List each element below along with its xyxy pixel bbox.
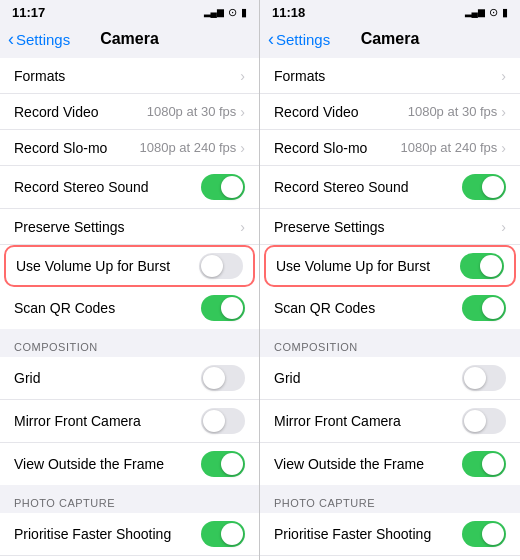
toggle[interactable] <box>201 174 245 200</box>
toggle-thumb <box>482 523 504 545</box>
row-label: Record Stereo Sound <box>274 179 409 195</box>
toggle-thumb <box>482 297 504 319</box>
toggle[interactable] <box>462 174 506 200</box>
row-label: Use Volume Up for Burst <box>16 258 170 274</box>
settings-row[interactable]: Record Stereo Sound <box>0 166 259 209</box>
wifi-icon: ⊙ <box>228 6 237 19</box>
status-icons: ▂▄▆ ⊙ ▮ <box>204 6 247 19</box>
toggle[interactable] <box>201 408 245 434</box>
row-label: Preserve Settings <box>274 219 385 235</box>
signal-icon: ▂▄▆ <box>465 7 485 17</box>
settings-row[interactable]: Formats› <box>260 58 520 94</box>
photo-capture-section: Prioritise Faster ShootingIntelligently … <box>260 513 520 560</box>
toggle-thumb <box>464 367 486 389</box>
toggle[interactable] <box>462 295 506 321</box>
row-label: View Outside the Frame <box>14 456 164 472</box>
row-value: 1080p at 30 fps › <box>408 104 506 120</box>
settings-row[interactable]: Record Slo-mo1080p at 240 fps › <box>260 130 520 166</box>
settings-row[interactable]: Record Video1080p at 30 fps › <box>260 94 520 130</box>
main-section: Formats›Record Video1080p at 30 fps ›Rec… <box>0 58 259 329</box>
settings-row[interactable]: Mirror Front Camera <box>0 400 259 443</box>
chevron-right-icon: › <box>501 219 506 235</box>
chevron-right-icon: › <box>240 68 245 84</box>
back-label[interactable]: Settings <box>16 31 70 48</box>
nav-bar: ‹ Settings Camera <box>260 22 520 58</box>
chevron-right-icon: › <box>501 68 506 84</box>
row-label: Prioritise Faster Shooting <box>14 526 171 542</box>
toggle-thumb <box>221 297 243 319</box>
panel-left: 11:17 ▂▄▆ ⊙ ▮ ‹ Settings Camera Formats›… <box>0 0 260 560</box>
main-section: Formats›Record Video1080p at 30 fps ›Rec… <box>260 58 520 329</box>
row-label: Record Video <box>14 104 99 120</box>
toggle-thumb <box>482 176 504 198</box>
settings-row[interactable]: View Outside the Frame <box>0 443 259 485</box>
toggle-thumb <box>221 176 243 198</box>
settings-row[interactable]: Use Volume Up for Burst <box>264 245 516 287</box>
row-label: Grid <box>274 370 300 386</box>
row-label: Mirror Front Camera <box>14 413 141 429</box>
row-label: Formats <box>274 68 325 84</box>
settings-row[interactable]: Grid <box>260 357 520 400</box>
settings-row[interactable]: Scan QR Codes <box>260 287 520 329</box>
settings-row[interactable]: Prioritise Faster Shooting <box>260 513 520 556</box>
toggle[interactable] <box>462 365 506 391</box>
toggle-thumb <box>221 523 243 545</box>
toggle[interactable] <box>201 295 245 321</box>
composition-section: GridMirror Front CameraView Outside the … <box>260 357 520 485</box>
toggle[interactable] <box>201 451 245 477</box>
settings-row[interactable]: View Outside the Frame <box>260 443 520 485</box>
battery-icon: ▮ <box>502 6 508 19</box>
battery-icon: ▮ <box>241 6 247 19</box>
chevron-right-icon: › <box>240 104 245 120</box>
photo-capture-header: PHOTO CAPTURE <box>0 491 259 513</box>
composition-header: COMPOSITION <box>0 335 259 357</box>
row-label: Record Slo-mo <box>14 140 107 156</box>
row-value: 1080p at 30 fps › <box>147 104 245 120</box>
wifi-icon: ⊙ <box>489 6 498 19</box>
row-label: Preserve Settings <box>14 219 125 235</box>
settings-row[interactable]: Use Volume Up for Burst <box>4 245 255 287</box>
settings-row[interactable]: Formats› <box>0 58 259 94</box>
row-label: Formats <box>14 68 65 84</box>
toggle-thumb <box>203 410 225 432</box>
row-label: Record Slo-mo <box>274 140 367 156</box>
row-label: Scan QR Codes <box>274 300 375 316</box>
row-label: Use Volume Up for Burst <box>276 258 430 274</box>
settings-row[interactable]: Record Video1080p at 30 fps › <box>0 94 259 130</box>
nav-bar: ‹ Settings Camera <box>0 22 259 58</box>
settings-row[interactable]: Mirror Front Camera <box>260 400 520 443</box>
chevron-right-icon: › <box>240 219 245 235</box>
settings-row[interactable]: Grid <box>0 357 259 400</box>
back-button[interactable]: ‹ Settings <box>8 31 70 48</box>
toggle-thumb <box>203 367 225 389</box>
toggle[interactable] <box>199 253 243 279</box>
back-button[interactable]: ‹ Settings <box>268 31 330 48</box>
toggle-thumb <box>480 255 502 277</box>
toggle-thumb <box>201 255 223 277</box>
row-label: Mirror Front Camera <box>274 413 401 429</box>
settings-row[interactable]: Preserve Settings› <box>0 209 259 245</box>
status-icons: ▂▄▆ ⊙ ▮ <box>465 6 508 19</box>
toggle[interactable] <box>462 408 506 434</box>
toggle[interactable] <box>462 451 506 477</box>
toggle[interactable] <box>460 253 504 279</box>
row-value: 1080p at 240 fps › <box>139 140 245 156</box>
back-label[interactable]: Settings <box>276 31 330 48</box>
settings-row[interactable]: Preserve Settings› <box>260 209 520 245</box>
signal-icon: ▂▄▆ <box>204 7 224 17</box>
photo-note: Intelligently adapt image quality when r… <box>0 556 259 560</box>
settings-row[interactable]: Scan QR Codes <box>0 287 259 329</box>
toggle[interactable] <box>201 521 245 547</box>
settings-row[interactable]: Prioritise Faster Shooting <box>0 513 259 556</box>
toggle[interactable] <box>201 365 245 391</box>
toggle[interactable] <box>462 521 506 547</box>
row-label: Record Stereo Sound <box>14 179 149 195</box>
settings-row[interactable]: Record Stereo Sound <box>260 166 520 209</box>
status-bar: 11:18 ▂▄▆ ⊙ ▮ <box>260 0 520 22</box>
chevron-right-icon: › <box>501 140 506 156</box>
toggle-thumb <box>482 453 504 475</box>
chevron-right-icon: › <box>501 104 506 120</box>
row-label: Prioritise Faster Shooting <box>274 526 431 542</box>
settings-row[interactable]: Record Slo-mo1080p at 240 fps › <box>0 130 259 166</box>
photo-capture-section: Prioritise Faster ShootingIntelligently … <box>0 513 259 560</box>
